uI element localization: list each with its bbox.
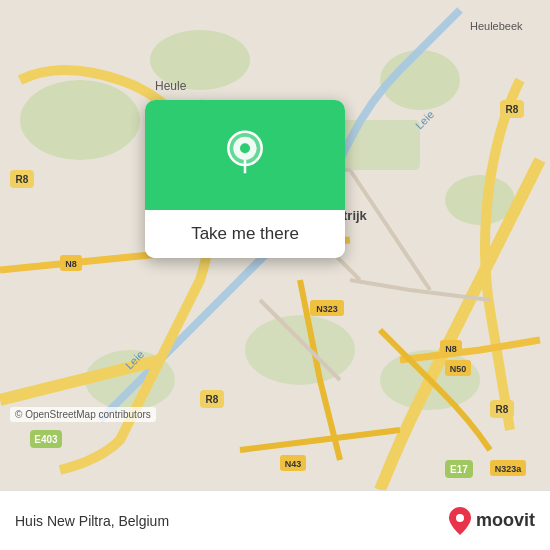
moovit-logo-pin-icon xyxy=(448,507,472,535)
svg-point-1 xyxy=(20,80,140,160)
svg-text:R8: R8 xyxy=(206,394,219,405)
svg-point-5 xyxy=(245,315,355,385)
svg-rect-8 xyxy=(340,120,420,170)
svg-text:R8: R8 xyxy=(506,104,519,115)
popup-header xyxy=(145,100,345,210)
location-name: Huis New Piltra, Belgium xyxy=(15,513,169,529)
take-me-there-button[interactable]: Take me there xyxy=(145,210,345,258)
svg-text:E17: E17 xyxy=(450,464,468,475)
map-attribution: © OpenStreetMap contributors xyxy=(10,407,156,422)
location-pin-icon xyxy=(220,130,270,180)
svg-text:E403: E403 xyxy=(34,434,58,445)
svg-text:N8: N8 xyxy=(445,344,457,354)
svg-point-40 xyxy=(240,143,250,153)
moovit-logo: moovit xyxy=(448,507,535,535)
location-popup: Take me there xyxy=(145,100,345,258)
svg-text:N323a: N323a xyxy=(495,464,523,474)
svg-text:R8: R8 xyxy=(16,174,29,185)
svg-text:N8: N8 xyxy=(65,259,77,269)
map-container[interactable]: R8 R8 R8 R8 N8 N8 E17 E403 N323 N50 N43 … xyxy=(0,0,550,490)
moovit-brand-text: moovit xyxy=(476,510,535,531)
svg-text:Heule: Heule xyxy=(155,79,187,93)
svg-text:N50: N50 xyxy=(450,364,467,374)
svg-point-42 xyxy=(456,514,464,522)
bottom-bar: Huis New Piltra, Belgium moovit xyxy=(0,490,550,550)
svg-text:N43: N43 xyxy=(285,459,302,469)
svg-text:N323: N323 xyxy=(316,304,338,314)
svg-text:Heulebeek: Heulebeek xyxy=(470,20,523,32)
svg-point-4 xyxy=(445,175,515,225)
svg-text:R8: R8 xyxy=(496,404,509,415)
